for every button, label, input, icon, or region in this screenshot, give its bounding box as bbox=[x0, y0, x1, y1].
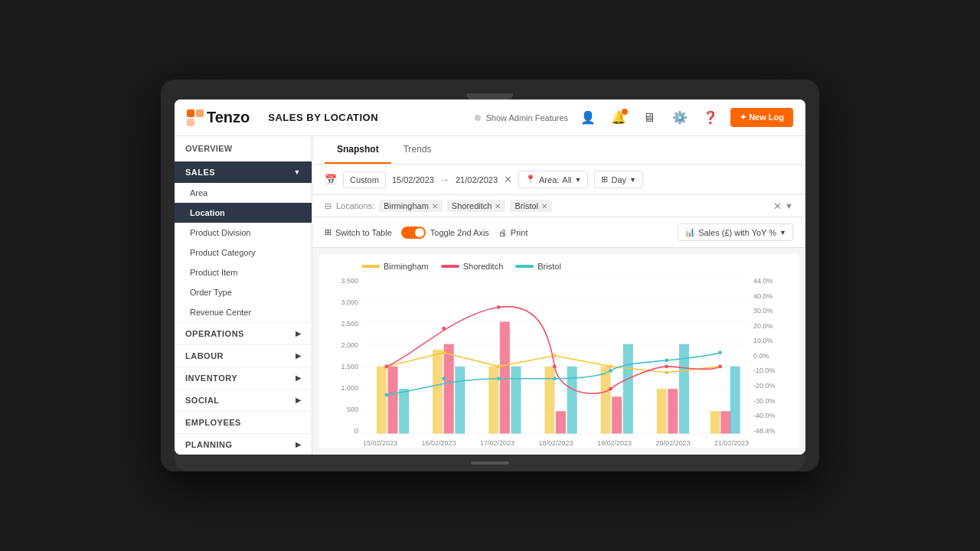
sidebar-item-product-division[interactable]: Product Division bbox=[175, 223, 312, 243]
sidebar-section-operations[interactable]: OPERATIONS ▶ bbox=[175, 322, 312, 344]
date-from: 15/02/2023 bbox=[392, 175, 434, 184]
legend-shoreditch: Shoreditch bbox=[441, 262, 504, 271]
content: Snapshot Trends 📅 Custom 15/02/2023 → 21… bbox=[312, 136, 805, 455]
filters-bar: 📅 Custom 15/02/2023 → 21/02/2023 ✕ 📍 Are… bbox=[312, 165, 805, 195]
chart-area: Birmingham Shoreditch Bristol bbox=[318, 254, 799, 448]
help-icon[interactable]: ❓ bbox=[700, 107, 721, 129]
svg-rect-28 bbox=[567, 367, 577, 434]
locations-clear-button[interactable]: ✕ bbox=[773, 201, 782, 212]
monitor-icon[interactable]: 🖥 bbox=[639, 107, 660, 129]
logo: Tenzo bbox=[187, 109, 250, 126]
new-log-button[interactable]: ✦ New Log bbox=[730, 108, 793, 127]
svg-point-39 bbox=[384, 365, 388, 369]
chart-svg bbox=[363, 277, 749, 434]
svg-point-37 bbox=[665, 371, 668, 375]
metric-select[interactable]: 📊 Sales (£) with YoY % ▼ bbox=[678, 223, 793, 241]
svg-rect-22 bbox=[612, 397, 622, 434]
sidebar: OVERVIEW SALES ▼ Area Location Product D… bbox=[175, 136, 312, 455]
sidebar-overview[interactable]: OVERVIEW bbox=[175, 136, 312, 161]
svg-point-46 bbox=[384, 393, 388, 397]
legend-birmingham: Birmingham bbox=[361, 262, 429, 271]
sidebar-item-product-item[interactable]: Product Item bbox=[175, 262, 312, 282]
chevron-right-icon: ▶ bbox=[296, 441, 302, 448]
sidebar-section-social[interactable]: SOCIAL ▶ bbox=[175, 389, 312, 411]
svg-rect-19 bbox=[444, 344, 454, 434]
sidebar-item-location[interactable]: Location bbox=[175, 203, 312, 223]
x-axis-labels: 15/02/2023 16/02/2023 17/02/2023 18/02/2… bbox=[363, 438, 749, 447]
filter-icon: ⊟ bbox=[325, 201, 332, 211]
switch-to-table-button[interactable]: ⊞ Switch to Table bbox=[325, 227, 392, 237]
toggle-2nd-axis[interactable]: Toggle 2nd Axis bbox=[401, 227, 489, 239]
svg-point-45 bbox=[718, 365, 722, 369]
sidebar-item-order-type[interactable]: Order Type bbox=[175, 282, 312, 302]
svg-point-51 bbox=[665, 359, 668, 363]
calendar-icon: 📅 bbox=[325, 174, 337, 185]
sidebar-section-sales-header[interactable]: SALES ▼ bbox=[175, 161, 312, 183]
svg-point-42 bbox=[553, 365, 557, 369]
day-icon: ⊞ bbox=[601, 174, 608, 184]
svg-point-33 bbox=[442, 351, 446, 355]
locations-clear: ✕ ▼ bbox=[773, 201, 793, 212]
arrow-icon: → bbox=[440, 174, 449, 185]
chevron-right-icon: ▶ bbox=[296, 374, 302, 382]
chevron-right-icon: ▶ bbox=[296, 330, 302, 337]
location-tag-birmingham: Birmingham ✕ bbox=[379, 200, 443, 212]
locations-label: Locations: bbox=[336, 201, 374, 210]
tab-trends[interactable]: Trends bbox=[391, 136, 444, 164]
settings-icon[interactable]: ⚙️ bbox=[669, 107, 691, 129]
toolbar-left: ⊞ Switch to Table Toggle 2nd Axis 🖨 bbox=[325, 227, 678, 239]
svg-point-40 bbox=[442, 327, 446, 331]
area-value: All bbox=[562, 175, 571, 184]
location-icon: 📍 bbox=[525, 174, 536, 184]
notification-badge bbox=[622, 109, 628, 115]
svg-rect-27 bbox=[511, 367, 521, 434]
sidebar-item-product-category[interactable]: Product Category bbox=[175, 243, 312, 262]
date-clear-button[interactable]: ✕ bbox=[504, 174, 512, 185]
location-tag-shoreditch: Shoreditch ✕ bbox=[447, 200, 506, 212]
sidebar-item-area[interactable]: Area bbox=[175, 183, 312, 203]
area-label: Area: bbox=[539, 175, 559, 184]
svg-point-43 bbox=[609, 387, 612, 391]
tag-close-bristol[interactable]: ✕ bbox=[541, 202, 547, 210]
locations-bar: ⊟ Locations: Birmingham ✕ Shoreditch ✕ B… bbox=[312, 195, 805, 217]
notification-icon[interactable]: 🔔 bbox=[608, 107, 629, 129]
print-icon: 🖨 bbox=[498, 228, 507, 237]
tag-close-birmingham[interactable]: ✕ bbox=[432, 202, 438, 210]
svg-rect-17 bbox=[710, 412, 720, 434]
chart-wrapper: 3,5003,0002,5002,0001,5001,0005000 bbox=[331, 277, 787, 448]
svg-rect-31 bbox=[730, 367, 740, 434]
chevron-down-icon: ▼ bbox=[779, 229, 786, 236]
sidebar-section-labour[interactable]: LABOUR ▶ bbox=[175, 344, 312, 367]
svg-point-44 bbox=[665, 365, 668, 369]
toolbar-right: 📊 Sales (£) with YoY % ▼ bbox=[678, 223, 793, 241]
svg-point-36 bbox=[609, 365, 612, 369]
svg-point-50 bbox=[609, 369, 612, 373]
sidebar-section-sales: SALES ▼ Area Location Product Division P… bbox=[175, 161, 312, 322]
area-filter[interactable]: 📍 Area: All ▼ bbox=[518, 171, 588, 188]
sidebar-section-inventory[interactable]: INVENTORY ▶ bbox=[175, 367, 312, 389]
svg-point-41 bbox=[497, 305, 501, 309]
svg-rect-24 bbox=[720, 412, 730, 434]
chevron-right-icon: ▶ bbox=[296, 352, 302, 360]
svg-point-49 bbox=[553, 377, 557, 381]
day-filter[interactable]: ⊞ Day ▼ bbox=[594, 171, 642, 188]
svg-rect-20 bbox=[500, 322, 510, 434]
sidebar-item-revenue-center[interactable]: Revenue Center bbox=[175, 302, 312, 322]
profile-icon[interactable]: 👤 bbox=[577, 107, 599, 129]
day-value: Day bbox=[611, 175, 626, 184]
sidebar-section-planning[interactable]: PLANNING ▶ bbox=[175, 433, 312, 455]
y-axis-left: 3,5003,0002,5002,0001,5001,0005000 bbox=[331, 277, 363, 448]
chart-plot: 15/02/2023 16/02/2023 17/02/2023 18/02/2… bbox=[363, 277, 749, 448]
toggle-switch[interactable] bbox=[401, 227, 426, 239]
svg-rect-1 bbox=[196, 109, 204, 117]
tab-snapshot[interactable]: Snapshot bbox=[325, 136, 391, 164]
toggle-knob bbox=[415, 228, 424, 237]
chevron-down-icon[interactable]: ▼ bbox=[785, 201, 793, 210]
admin-toggle[interactable]: Show Admin Features bbox=[475, 113, 568, 122]
svg-point-35 bbox=[553, 354, 557, 358]
tag-close-shoreditch[interactable]: ✕ bbox=[495, 202, 501, 210]
sidebar-section-employees[interactable]: EMPLOYEES bbox=[175, 411, 312, 433]
print-button[interactable]: 🖨 Print bbox=[498, 228, 528, 237]
legend-color-bristol bbox=[515, 265, 534, 268]
date-preset-button[interactable]: Custom bbox=[343, 171, 386, 188]
